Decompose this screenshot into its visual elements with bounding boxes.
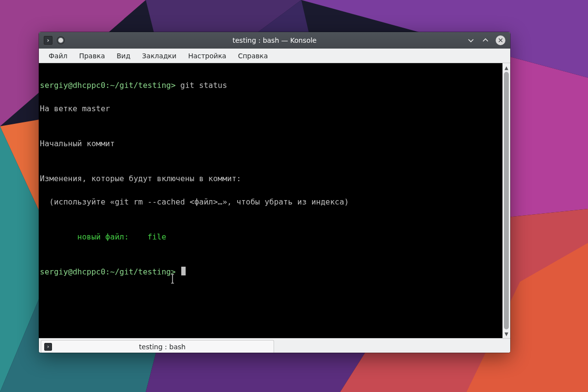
app-menu-icon[interactable]: › — [44, 36, 52, 45]
menubar: Файл Правка Вид Закладки Настройка Справ… — [39, 49, 510, 63]
minimize-button[interactable] — [467, 36, 475, 45]
scrollbar-thumb[interactable] — [504, 72, 509, 329]
pin-icon[interactable] — [57, 37, 64, 44]
menu-settings[interactable]: Настройка — [182, 50, 232, 62]
scrollbar-track[interactable] — [502, 72, 510, 329]
menu-help[interactable]: Справка — [232, 50, 274, 62]
scrollbar[interactable]: ▲ ▼ — [502, 63, 510, 338]
tabbar: › testing : bash — [39, 338, 510, 353]
output-line: Изменения, которые будут включены в комм… — [40, 173, 502, 185]
titlebar[interactable]: › testing : bash — Konsole ✕ — [39, 32, 510, 49]
scroll-up-icon[interactable]: ▲ — [502, 63, 510, 72]
menu-bookmarks[interactable]: Закладки — [136, 50, 182, 62]
menu-file[interactable]: Файл — [43, 50, 73, 62]
command-text: git status — [175, 81, 227, 90]
terminal[interactable]: sergiy@dhcppc0:~/git/testing> git status… — [39, 63, 502, 338]
menu-edit[interactable]: Правка — [73, 50, 111, 62]
block-cursor — [181, 267, 186, 275]
output-line: Начальный коммит — [40, 138, 502, 150]
maximize-button[interactable] — [481, 36, 490, 45]
scroll-down-icon[interactable]: ▼ — [502, 329, 510, 338]
terminal-area: sergiy@dhcppc0:~/git/testing> git status… — [39, 63, 510, 338]
menu-view[interactable]: Вид — [111, 50, 136, 62]
close-button[interactable]: ✕ — [496, 35, 505, 45]
output-line: На ветке master — [40, 103, 502, 115]
tab-terminal[interactable]: › testing : bash — [41, 340, 274, 353]
prompt: sergiy@dhcppc0:~/git/testing> — [40, 267, 175, 276]
konsole-window: › testing : bash — Konsole ✕ Файл Правка… — [39, 32, 510, 353]
tab-label: testing : bash — [56, 343, 269, 351]
window-title: testing : bash — Konsole — [39, 36, 510, 44]
staged-file-line: новый файл: file — [40, 231, 502, 243]
output-line: (используйте «git rm --cached <файл>…», … — [40, 196, 502, 208]
terminal-icon: › — [44, 343, 52, 351]
prompt: sergiy@dhcppc0:~/git/testing> — [40, 81, 175, 90]
